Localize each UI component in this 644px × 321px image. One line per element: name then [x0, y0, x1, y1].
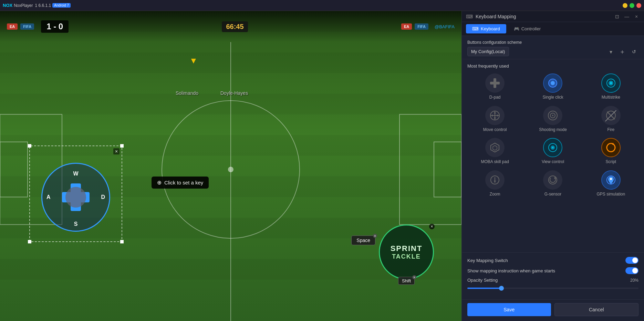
show-mapping-label: Show mapping instruction when game start…	[467, 268, 555, 273]
dpad-control[interactable]: × W S A D	[29, 146, 122, 242]
player-label-2: Doyle-Hayes	[220, 90, 248, 96]
controller-tab-label: Controller	[521, 26, 541, 31]
freq-item-view-control[interactable]: View control	[525, 138, 580, 165]
sprint-tackle-control[interactable]: × SPRINT TACKLE Shift ×	[379, 224, 434, 280]
space-key-button[interactable]: Space ×	[351, 235, 375, 245]
game-time: 66:45	[222, 21, 248, 32]
shooting-mode-label: Shooting mode	[539, 127, 567, 133]
player-label-1: Solimando	[176, 90, 198, 96]
gsensor-icon	[543, 170, 562, 190]
space-close-icon[interactable]: ×	[373, 234, 377, 238]
keyboard-tab[interactable]: ⌨ Keyboard	[466, 24, 506, 33]
resize-handle-tr[interactable]	[120, 144, 124, 148]
maximize-button[interactable]	[630, 3, 634, 8]
view-control-label: View control	[542, 159, 564, 165]
cancel-button[interactable]: Cancel	[554, 303, 639, 316]
space-key-label[interactable]: Space ×	[351, 235, 375, 245]
svg-rect-3	[0, 94, 461, 114]
save-button[interactable]: Save	[467, 303, 551, 316]
opacity-track	[467, 288, 638, 289]
panel-restore-icon[interactable]: ⊡	[614, 13, 621, 20]
svg-point-31	[552, 115, 553, 116]
config-add-button[interactable]: ＋	[618, 47, 627, 56]
show-mapping-toggle[interactable]	[625, 267, 638, 274]
fifa-logo: FIFA	[20, 23, 34, 30]
app-logo: NOX NoxPlayer 1 6.6.1.1 Android 7	[3, 3, 71, 8]
svg-rect-12	[0, 142, 28, 197]
freq-item-moba[interactable]: MOBA skill pad	[467, 138, 522, 165]
svg-rect-2	[0, 52, 461, 73]
config-label: Buttons configuration scheme	[467, 40, 638, 45]
dpad-circle[interactable]: W S A D	[41, 163, 110, 232]
panel-close-icon[interactable]: ×	[633, 13, 640, 20]
opacity-label: Opacity Setting	[467, 278, 498, 283]
zoom-icon	[485, 170, 505, 190]
click-to-set-tooltip[interactable]: Click to set a key	[152, 177, 209, 189]
close-button[interactable]	[636, 3, 641, 8]
resize-handle-bl[interactable]	[28, 240, 31, 243]
game-viewport[interactable]: EA FIFA 1 - 0 66:45 EA FIFA @BAFIFA Soli…	[0, 11, 461, 321]
hud-logos-right: EA FIFA @BAFIFA	[401, 23, 455, 30]
hud-logos-left: EA FIFA	[7, 23, 34, 30]
resize-handle-tl[interactable]	[28, 144, 31, 148]
minimize-button[interactable]	[623, 3, 627, 8]
svg-marker-26	[494, 118, 496, 120]
direction-marker: ▼	[189, 56, 198, 66]
move-control-label: Move control	[483, 127, 507, 133]
android-badge: Android 7	[52, 3, 71, 8]
freq-item-gps[interactable]: GPS simulation	[583, 170, 638, 197]
shift-badge[interactable]: Shift ×	[398, 277, 415, 285]
opacity-slider-wrap	[467, 285, 638, 292]
shift-key-label[interactable]: Shift ×	[398, 277, 415, 285]
svg-marker-28	[497, 114, 499, 117]
config-row: My Config(Local) ＋ ↺	[467, 47, 638, 56]
dpad-item-label: D-pad	[489, 95, 501, 100]
dpad-up-label: W	[73, 171, 78, 177]
svg-point-9	[228, 167, 233, 172]
opacity-thumb[interactable]	[499, 286, 504, 291]
freq-items-grid: D-pad Single click	[467, 73, 638, 197]
freq-item-single-click[interactable]: Single click	[525, 73, 580, 100]
svg-line-33	[607, 112, 615, 119]
freq-item-zoom[interactable]: Zoom	[467, 170, 522, 197]
freq-item-gsensor[interactable]: G-sensor	[525, 170, 580, 197]
freq-item-script[interactable]: Script	[583, 138, 638, 165]
app-version: 1 6.6.1.1	[35, 3, 51, 8]
frequently-used-section: Most frequently used D-pad	[462, 59, 644, 252]
controller-tab[interactable]: 🎮 Controller	[508, 24, 547, 33]
gps-icon	[601, 170, 621, 190]
svg-point-8	[162, 101, 300, 239]
panel-header-controls: ⊡ — ×	[614, 13, 640, 20]
move-control-icon	[485, 106, 505, 125]
fire-label: Fire	[607, 127, 614, 133]
dpad-inner	[65, 187, 86, 208]
multistrike-label: Multistrike	[602, 95, 620, 100]
keyboard-tab-label: Keyboard	[481, 26, 500, 31]
config-scheme-select[interactable]: My Config(Local)	[467, 47, 509, 56]
freq-item-dpad[interactable]: D-pad	[467, 73, 522, 100]
key-mapping-toggle[interactable]	[625, 257, 638, 264]
freq-item-fire[interactable]: Fire	[583, 106, 638, 133]
panel-minimize-icon[interactable]: —	[623, 13, 630, 20]
app-name: NoxPlayer	[14, 3, 33, 8]
opacity-fill	[467, 288, 501, 289]
sprint-close-icon[interactable]: ×	[429, 224, 435, 229]
shift-close-icon[interactable]: ×	[412, 275, 416, 279]
fire-icon	[601, 106, 621, 125]
freq-item-shooting-mode[interactable]: Shooting mode	[525, 106, 580, 133]
config-refresh-button[interactable]: ↺	[630, 47, 638, 56]
opacity-row: Opacity Setting 20%	[467, 278, 638, 292]
keyboard-icon-tab: ⌨	[472, 26, 479, 31]
game-score: 1 - 0	[41, 20, 69, 33]
shooting-mode-icon	[543, 106, 562, 125]
tackle-label: TACKLE	[392, 253, 421, 260]
dpad-close-button[interactable]: ×	[113, 148, 120, 154]
opacity-label-row: Opacity Setting 20%	[467, 278, 638, 283]
single-click-label: Single click	[542, 95, 563, 100]
config-select-wrapper: My Config(Local)	[467, 47, 615, 56]
resize-handle-br[interactable]	[120, 240, 124, 243]
freq-item-move-control[interactable]: Move control	[467, 106, 522, 133]
freq-item-multistrike[interactable]: Multistrike	[583, 73, 638, 100]
zoom-label: Zoom	[490, 192, 500, 197]
svg-point-38	[552, 147, 553, 148]
